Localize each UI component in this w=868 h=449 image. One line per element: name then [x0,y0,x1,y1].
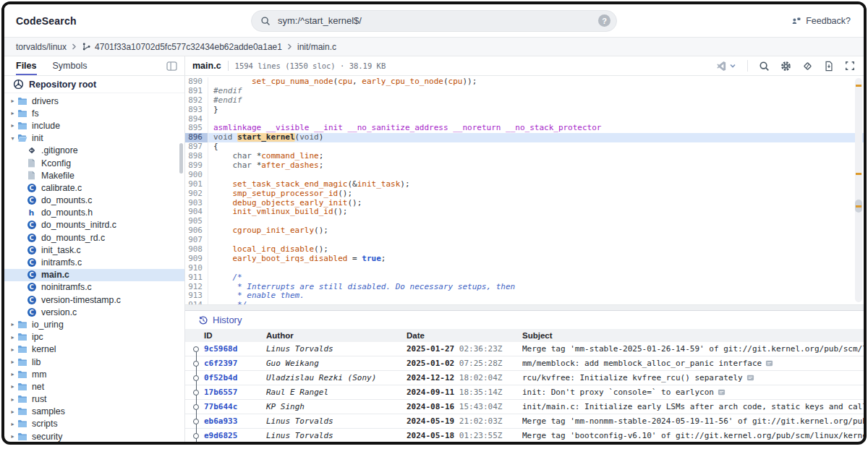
line-number[interactable]: 891 [185,87,208,96]
history-header: History [185,311,864,329]
chevron-right-icon[interactable]: ▸ [9,346,17,353]
line-number[interactable]: 899 [185,161,208,171]
tree-item-do_mounts.c[interactable]: Cdo_mounts.c [4,194,184,207]
history-row[interactable]: 0f52b4dUladzislau Rezki (Sony)2024-12-12… [185,371,864,385]
chevron-right-icon[interactable]: ▸ [9,334,17,341]
tree-item-security[interactable]: ▸security [4,430,184,442]
editor-dropdown-icon[interactable] [716,61,736,72]
code-line-907: 907 [185,236,864,245]
tree-item-.gitignore[interactable]: .gitignore [4,145,184,157]
tree-item-do_mounts_initrd.c[interactable]: Cdo_mounts_initrd.c [4,219,184,231]
line-number[interactable]: 893 [185,106,208,115]
feedback-link[interactable]: Feedback? [791,16,851,26]
commit-note-icon [746,374,754,382]
tree-item-version-timestamp.c[interactable]: Cversion-timestamp.c [4,294,184,306]
tree-item-kernel[interactable]: ▸kernel [4,343,184,356]
settings-icon[interactable] [780,61,791,72]
tree-item-ipc[interactable]: ▸ipc [4,331,184,343]
sidebar-scrollbar[interactable] [179,143,183,174]
tree-item-Makefile[interactable]: Makefile [4,169,184,181]
line-number[interactable]: 902 [185,189,208,199]
chevron-down-icon[interactable]: ▾ [9,135,17,142]
tree-item-lib[interactable]: ▸lib [4,356,184,368]
tree-item-net[interactable]: ▸net [4,380,184,393]
chevron-right-icon[interactable]: ▸ [9,409,17,415]
history-row[interactable]: e9d6825Linus Torvalds2024-05-18 01:23:55… [185,429,864,442]
tab-symbols[interactable]: Symbols [53,56,88,75]
line-number[interactable]: 890 [185,77,208,87]
commit-author: KP Singh [266,402,407,411]
commit-id-link[interactable]: 17b6557 [204,388,266,397]
chevron-right-icon[interactable]: ▸ [9,98,17,104]
chevron-right-icon[interactable]: ▸ [9,421,17,427]
tree-item-init[interactable]: ▾init [4,132,184,145]
history-row[interactable]: 17b6557Raul E Rangel2024-09-11 18:35:14Z… [185,385,864,400]
tree-item-mm[interactable]: ▸mm [4,368,184,380]
commit-id-link[interactable]: c6f2397 [204,359,266,368]
chevron-right-icon[interactable]: ▸ [9,110,17,116]
line-number[interactable]: 900 [185,171,208,180]
commit-id-link[interactable]: 77b644c [204,402,266,411]
chevron-right-icon[interactable]: ▸ [9,396,17,403]
breadcrumb-commit[interactable]: 4701f33a10702d5fc577c32434eb62adde0a1ae1 [82,42,282,52]
line-number[interactable]: 892 [185,96,208,106]
chevron-right-icon[interactable]: ▸ [9,321,17,328]
commit-id-link[interactable]: eb6a933 [204,416,266,426]
search-input[interactable] [276,14,598,27]
chevron-right-icon[interactable]: ▸ [9,433,17,440]
download-file-icon[interactable] [824,61,834,72]
commit-id-link[interactable]: 0f52b4d [204,373,266,382]
search-icon[interactable] [759,61,770,72]
history-row[interactable]: 9c5968dLinus Torvalds2025-01-27 02:36:23… [185,342,864,356]
line-number[interactable]: 901 [185,180,208,189]
fullscreen-icon[interactable] [845,61,855,71]
code-line-900: 900 [185,171,864,180]
tree-item-io_uring[interactable]: ▸io_uring [4,318,184,330]
chevron-right-icon[interactable]: ▸ [9,371,17,377]
line-number[interactable]: 910 [185,264,208,273]
tree-item-drivers[interactable]: ▸drivers [4,95,184,107]
history-row[interactable]: c6f2397Guo Weikang2025-01-02 07:25:28Zmm… [185,356,864,371]
tree-item-fs[interactable]: ▸fs [4,107,184,119]
history-row[interactable]: eb6a933Linus Torvalds2024-05-19 21:02:03… [185,414,864,429]
chevron-right-icon[interactable]: ▸ [9,359,17,365]
line-number[interactable]: 908 [185,245,208,255]
line-number[interactable]: 911 [185,273,208,283]
tree-item-do_mounts_rd.c[interactable]: Cdo_mounts_rd.c [4,231,184,244]
line-number[interactable]: 914 [185,301,208,304]
line-number[interactable]: 909 [185,255,208,264]
h-file-icon: h [26,208,37,218]
tree-item-scripts[interactable]: ▸scripts [4,418,184,430]
overview-ruler[interactable] [855,78,862,302]
breadcrumb-path[interactable]: init/main.c [297,42,336,52]
tree-item-initramfs.c[interactable]: Cinitramfs.c [4,256,184,268]
code-line-893: 893} [185,106,864,115]
tree-item-init_task.c[interactable]: Cinit_task.c [4,244,184,256]
panel-toggle-icon[interactable] [166,61,177,71]
horizontal-scrollbar[interactable] [185,304,864,310]
history-icon [198,315,208,325]
tree-item-rust[interactable]: ▸rust [4,393,184,406]
tree-item-include[interactable]: ▸include [4,119,184,132]
commit-graph-node [193,375,199,381]
blame-icon[interactable] [802,61,813,72]
commit-id-link[interactable]: 9c5968d [204,344,266,354]
tree-item-main.c[interactable]: Cmain.c [4,269,184,281]
breadcrumb-repo[interactable]: torvalds/linux [16,42,67,52]
chevron-right-icon[interactable]: ▸ [9,122,17,129]
search-help-icon[interactable]: ? [598,14,610,27]
code-text: local_irq_disable(); [208,245,864,255]
tree-item-calibrate.c[interactable]: Ccalibrate.c [4,181,184,194]
chevron-right-icon[interactable]: ▸ [9,383,17,390]
tree-item-Kconfig[interactable]: Kconfig [4,157,184,169]
history-row[interactable]: 77b644cKP Singh2024-08-16 15:43:04Zinit/… [185,400,864,414]
repository-root-row[interactable]: Repository root [4,76,184,93]
tab-files[interactable]: Files [16,56,37,75]
global-search[interactable]: ? [251,10,617,32]
tree-item-noinitramfs.c[interactable]: Cnoinitramfs.c [4,281,184,294]
tree-item-samples[interactable]: ▸samples [4,406,184,418]
tree-item-version.c[interactable]: Cversion.c [4,306,184,318]
commit-id-link[interactable]: e9d6825 [204,431,266,440]
tree-item-label: init [32,133,43,143]
tree-item-do_mounts.h[interactable]: hdo_mounts.h [4,207,184,219]
